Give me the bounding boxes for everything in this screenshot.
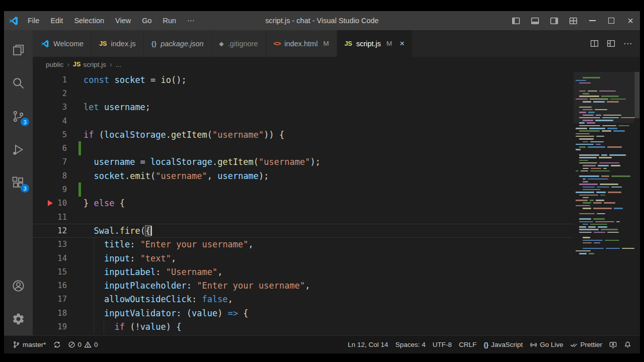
status-count: 0 bbox=[78, 341, 82, 348]
code-line[interactable]: 8 socket.emit("username", username); bbox=[33, 169, 574, 183]
minimap-line bbox=[574, 165, 634, 166]
line-number: 11 bbox=[33, 213, 67, 222]
menu-item-selection[interactable]: Selection bbox=[68, 14, 110, 28]
breadcrumb-segment[interactable]: JSscript.js bbox=[73, 61, 106, 68]
minimap-token bbox=[579, 232, 592, 233]
debug-icon bbox=[12, 143, 25, 156]
status-language-mode[interactable]: {}JavaScript bbox=[480, 336, 526, 353]
code-line[interactable]: 5if (localStorage.getItem("username")) { bbox=[33, 128, 574, 141]
toggle-primary-sidebar-button[interactable] bbox=[506, 11, 525, 30]
line-number: 5 bbox=[33, 130, 67, 139]
code-line[interactable]: 2 bbox=[33, 86, 574, 100]
breadcrumb-label: script.js bbox=[83, 61, 106, 68]
status-problems[interactable]: 00 bbox=[64, 336, 102, 353]
menu-item-edit[interactable]: Edit bbox=[45, 14, 68, 28]
status-notifications[interactable] bbox=[620, 336, 635, 353]
minimap-line bbox=[574, 101, 634, 103]
split-editor-button[interactable] bbox=[588, 37, 601, 50]
close-tab-icon[interactable]: × bbox=[399, 39, 405, 48]
minimap-token bbox=[596, 200, 604, 201]
menu-item-file[interactable]: File bbox=[22, 14, 45, 28]
vertical-scrollbar[interactable] bbox=[634, 72, 640, 335]
menu-item-go[interactable]: Go bbox=[136, 14, 157, 28]
text-cursor bbox=[151, 226, 152, 236]
minimap-token bbox=[576, 133, 590, 135]
window-controls: × bbox=[506, 11, 640, 30]
code-line[interactable]: 19 if (!value) { bbox=[33, 320, 574, 333]
activity-explorer[interactable] bbox=[4, 33, 33, 66]
status-branch[interactable]: master* bbox=[9, 336, 50, 353]
status-remote-screen[interactable] bbox=[606, 336, 620, 353]
line-number: 7 bbox=[33, 157, 67, 166]
code-editor[interactable]: 1const socket = io();23let username;45if… bbox=[33, 72, 640, 335]
code-line[interactable]: 16 inputPlaceholder: "Enter your usernam… bbox=[33, 279, 574, 292]
minimap-token bbox=[602, 117, 619, 119]
status-encoding[interactable]: UTF-8 bbox=[429, 336, 455, 353]
code-line[interactable]: 17 allowOutsideClick: false, bbox=[33, 293, 574, 306]
code-line[interactable]: 12 Swal.fire({ bbox=[33, 224, 574, 237]
tab-package-json[interactable]: {}package.json bbox=[144, 30, 212, 57]
code-line[interactable]: 1const socket = io(); bbox=[33, 73, 574, 86]
menu-item-[interactable]: ⋯ bbox=[182, 14, 200, 28]
menu-item-view[interactable]: View bbox=[110, 14, 136, 28]
minimap-token bbox=[579, 90, 586, 92]
tab-welcome[interactable]: Welcome bbox=[33, 30, 92, 57]
breadcrumb: public›JSscript.js›... bbox=[33, 57, 640, 72]
tab-script-js[interactable]: JSscript.jsM× bbox=[337, 30, 413, 57]
status-indentation[interactable]: Spaces: 4 bbox=[392, 336, 429, 353]
activity-search[interactable] bbox=[4, 66, 33, 100]
minimap-line bbox=[574, 253, 634, 254]
breadcrumb-segment[interactable]: ... bbox=[116, 61, 121, 68]
code-line[interactable]: 3let username; bbox=[33, 101, 574, 114]
layout-panel-icon bbox=[531, 17, 539, 25]
breadcrumb-segment[interactable]: public bbox=[46, 61, 63, 68]
minimap-line bbox=[574, 250, 634, 252]
minimap-token bbox=[596, 115, 601, 116]
code-line[interactable]: 7 username = localStorage.getItem("usern… bbox=[33, 155, 574, 169]
menu-item-run[interactable]: Run bbox=[157, 14, 182, 28]
activity-extensions[interactable]: 3 bbox=[4, 166, 33, 199]
code-line[interactable]: 15 inputLabel: "Username", bbox=[33, 265, 574, 279]
code-line[interactable]: 10} else { bbox=[33, 197, 574, 210]
tab-index-html[interactable]: <>index.htmlM bbox=[266, 30, 337, 57]
minimap-token bbox=[595, 120, 613, 121]
activity-source-control[interactable]: 3 bbox=[4, 100, 33, 133]
close-button[interactable]: × bbox=[621, 11, 640, 30]
status-eol[interactable]: CRLF bbox=[455, 336, 480, 353]
minimap-token bbox=[593, 208, 612, 209]
toggle-secondary-sidebar-button[interactable] bbox=[544, 11, 564, 30]
tab-index-js[interactable]: JSindex.js bbox=[92, 30, 143, 57]
code-line[interactable]: 4 bbox=[33, 114, 574, 128]
maximize-button[interactable] bbox=[602, 11, 621, 30]
code-line[interactable]: 13 title: "Enter your username", bbox=[33, 238, 574, 251]
activity-accounts[interactable] bbox=[4, 269, 33, 302]
code-line[interactable]: 11 bbox=[33, 210, 574, 224]
minimize-button[interactable] bbox=[583, 11, 602, 30]
code-line[interactable]: 9 bbox=[33, 183, 574, 196]
code-line[interactable]: 14 input: "text", bbox=[33, 251, 574, 265]
status-cursor-position[interactable]: Ln 12, Col 14 bbox=[344, 336, 391, 353]
status-prettier[interactable]: Prettier bbox=[567, 336, 606, 353]
tab--gitignore[interactable]: ◆.gitignore bbox=[212, 30, 266, 57]
status-bar-right: Ln 12, Col 14Spaces: 4UTF-8CRLF{}JavaScr… bbox=[344, 336, 635, 353]
scrollbar-thumb[interactable] bbox=[634, 72, 639, 118]
activity-settings[interactable] bbox=[4, 302, 33, 335]
customize-layout-button[interactable] bbox=[605, 37, 617, 50]
modified-badge: M bbox=[386, 40, 392, 47]
code-line[interactable]: 6 bbox=[33, 141, 574, 155]
minimap-token bbox=[583, 240, 603, 241]
minimap-token bbox=[576, 200, 588, 201]
minimap[interactable] bbox=[574, 72, 634, 335]
customize-layout-button[interactable] bbox=[564, 11, 583, 30]
more-actions-button[interactable]: ⋯ bbox=[621, 36, 634, 51]
code-text: } else { bbox=[67, 198, 125, 208]
activity-run-and-debug[interactable] bbox=[4, 133, 33, 166]
status-go-live[interactable]: Go Live bbox=[526, 336, 567, 353]
minimap-token bbox=[622, 248, 634, 249]
code-line[interactable]: 18 inputValidator: (value) => { bbox=[33, 306, 574, 320]
toggle-panel-button[interactable] bbox=[525, 11, 544, 30]
status-label: master* bbox=[23, 341, 46, 348]
status-sync[interactable] bbox=[50, 336, 64, 353]
minimap-token bbox=[594, 242, 600, 244]
line-number: 17 bbox=[33, 295, 67, 304]
